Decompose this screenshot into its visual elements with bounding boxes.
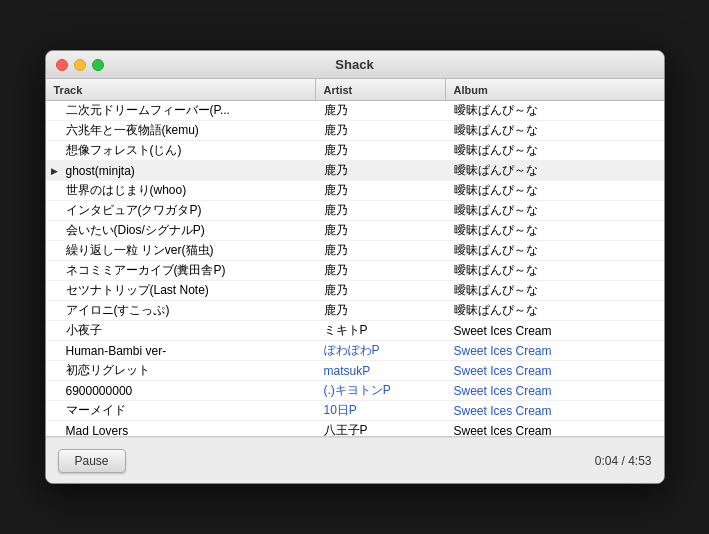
artist-cell: 10日P (316, 401, 446, 420)
artist-cell: ミキトP (316, 321, 446, 340)
artist-cell: 鹿乃 (316, 101, 446, 120)
minimize-button[interactable] (74, 59, 86, 71)
artist-cell: 鹿乃 (316, 141, 446, 160)
table-row[interactable]: Mad Lovers八王子PSweet Ices Cream (46, 421, 664, 436)
table-row[interactable]: 二次元ドリームフィーバー(P...鹿乃曖昧ぱんぴ～な (46, 101, 664, 121)
table-row[interactable]: 想像フォレスト(じん)鹿乃曖昧ぱんぴ～な (46, 141, 664, 161)
table-row[interactable]: 六兆年と一夜物語(kemu)鹿乃曖昧ぱんぴ～な (46, 121, 664, 141)
table-row[interactable]: セツナトリップ(Last Note)鹿乃曖昧ぱんぴ～な (46, 281, 664, 301)
track-cell: 二次元ドリームフィーバー(P... (46, 101, 316, 120)
table-row[interactable]: 6900000000(.)キヨトンPSweet Ices Cream (46, 381, 664, 401)
title-bar: Shack (46, 51, 664, 79)
table-row[interactable]: 会いたい(Dios/シグナルP)鹿乃曖昧ぱんぴ～な (46, 221, 664, 241)
table-row[interactable]: ghost(minjta)鹿乃曖昧ぱんぴ～な (46, 161, 664, 181)
table-row[interactable]: 繰り返し一粒 リンver(猫虫)鹿乃曖昧ぱんぴ～な (46, 241, 664, 261)
artist-cell: 鹿乃 (316, 181, 446, 200)
track-cell: セツナトリップ(Last Note) (46, 281, 316, 300)
maximize-button[interactable] (92, 59, 104, 71)
artist-cell: 鹿乃 (316, 201, 446, 220)
table-row[interactable]: ネコミミアーカイブ(糞田舎P)鹿乃曖昧ぱんぴ～な (46, 261, 664, 281)
table-row[interactable]: アイロニ(すこっぷ)鹿乃曖昧ぱんぴ～な (46, 301, 664, 321)
album-cell: Sweet Ices Cream (446, 401, 664, 420)
track-cell: 初恋リグレット (46, 361, 316, 380)
artist-cell: (.)キヨトンP (316, 381, 446, 400)
artist-cell: 鹿乃 (316, 281, 446, 300)
table-row[interactable]: 小夜子ミキトPSweet Ices Cream (46, 321, 664, 341)
track-cell: インタビュア(クワガタP) (46, 201, 316, 220)
album-cell: 曖昧ぱんぴ～な (446, 301, 664, 320)
table-row[interactable]: マーメイド10日PSweet Ices Cream (46, 401, 664, 421)
track-cell: Mad Lovers (46, 421, 316, 436)
track-cell: アイロニ(すこっぷ) (46, 301, 316, 320)
track-cell: ネコミミアーカイブ(糞田舎P) (46, 261, 316, 280)
album-cell: 曖昧ぱんぴ～な (446, 221, 664, 240)
table-body: 二次元ドリームフィーバー(P...鹿乃曖昧ぱんぴ～な六兆年と一夜物語(kemu)… (46, 101, 664, 436)
bottom-bar: Pause 0:04 / 4:53 (46, 437, 664, 483)
album-cell: 曖昧ぱんぴ～な (446, 121, 664, 140)
track-column-header: Track (46, 79, 316, 100)
track-cell: 繰り返し一粒 リンver(猫虫) (46, 241, 316, 260)
app-window: Shack Track Artist Album 二次元ドリームフィーバー(P.… (45, 50, 665, 484)
table-row[interactable]: 世界のはじまり(whoo)鹿乃曖昧ぱんぴ～な (46, 181, 664, 201)
track-cell: ghost(minjta) (46, 161, 316, 180)
album-cell: Sweet Ices Cream (446, 321, 664, 340)
track-cell: 世界のはじまり(whoo) (46, 181, 316, 200)
album-cell: 曖昧ぱんぴ～な (446, 241, 664, 260)
track-cell: 小夜子 (46, 321, 316, 340)
album-cell: 曖昧ぱんぴ～な (446, 161, 664, 180)
artist-cell: 鹿乃 (316, 241, 446, 260)
track-cell: Human-Bambi ver- (46, 341, 316, 360)
traffic-lights (56, 59, 104, 71)
album-column-header: Album (446, 79, 664, 100)
album-cell: Sweet Ices Cream (446, 421, 664, 436)
music-table: Track Artist Album 二次元ドリームフィーバー(P...鹿乃曖昧… (46, 79, 664, 437)
table-row[interactable]: 初恋リグレットmatsukPSweet Ices Cream (46, 361, 664, 381)
artist-cell: 八王子P (316, 421, 446, 436)
artist-cell: 鹿乃 (316, 121, 446, 140)
album-cell: Sweet Ices Cream (446, 341, 664, 360)
artist-cell: 鹿乃 (316, 161, 446, 180)
artist-cell: 鹿乃 (316, 301, 446, 320)
close-button[interactable] (56, 59, 68, 71)
pause-button[interactable]: Pause (58, 449, 126, 473)
album-cell: Sweet Ices Cream (446, 381, 664, 400)
table-row[interactable]: インタビュア(クワガタP)鹿乃曖昧ぱんぴ～な (46, 201, 664, 221)
time-display: 0:04 / 4:53 (595, 454, 652, 468)
artist-cell: 鹿乃 (316, 221, 446, 240)
table-header: Track Artist Album (46, 79, 664, 101)
artist-cell: ぽわぽわP (316, 341, 446, 360)
track-cell: 6900000000 (46, 381, 316, 400)
track-cell: 六兆年と一夜物語(kemu) (46, 121, 316, 140)
album-cell: 曖昧ぱんぴ～な (446, 201, 664, 220)
window-title: Shack (335, 57, 373, 72)
table-row[interactable]: Human-Bambi ver-ぽわぽわPSweet Ices Cream (46, 341, 664, 361)
album-cell: 曖昧ぱんぴ～な (446, 181, 664, 200)
album-cell: Sweet Ices Cream (446, 361, 664, 380)
artist-column-header: Artist (316, 79, 446, 100)
artist-cell: matsukP (316, 361, 446, 380)
album-cell: 曖昧ぱんぴ～な (446, 261, 664, 280)
track-cell: マーメイド (46, 401, 316, 420)
album-cell: 曖昧ぱんぴ～な (446, 281, 664, 300)
album-cell: 曖昧ぱんぴ～な (446, 141, 664, 160)
track-cell: 会いたい(Dios/シグナルP) (46, 221, 316, 240)
track-cell: 想像フォレスト(じん) (46, 141, 316, 160)
album-cell: 曖昧ぱんぴ～な (446, 101, 664, 120)
artist-cell: 鹿乃 (316, 261, 446, 280)
